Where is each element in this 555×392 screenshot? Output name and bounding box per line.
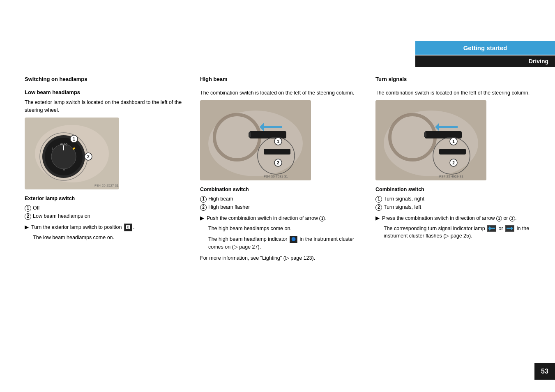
lamp-switch-diagram: Auto ⚡ ☀ | 1 2 PS4-25-2527-31	[25, 118, 188, 191]
item-label: Off	[33, 204, 39, 212]
item-number: 1	[25, 205, 31, 212]
item-label: Turn signals, left	[384, 203, 421, 211]
list-item: 1 Off	[25, 204, 188, 212]
svg-text:1: 1	[277, 139, 279, 144]
right-section-title: Turn signals	[375, 76, 539, 84]
item-label: High beam	[208, 195, 233, 203]
middle-footer-text: For more information, see "Lighting" (▷ …	[200, 254, 363, 262]
position-icon: 🅾	[124, 224, 132, 231]
driving-label: Driving	[415, 55, 555, 67]
svg-rect-23	[264, 149, 290, 154]
middle-bullet-item: ▶ Push the combination switch in directi…	[200, 214, 363, 222]
inline-circle-1: 1	[319, 216, 325, 221]
svg-rect-43	[489, 228, 495, 229]
svg-text:2: 2	[277, 161, 279, 165]
middle-result2: The high beam headlamp indicator 🔵 in th…	[208, 235, 363, 251]
left-section-title: Switching on headlamps	[25, 76, 188, 84]
item-label: Turn signals, right	[384, 195, 424, 203]
right-result-text: The corresponding turn signal indicator …	[384, 225, 539, 240]
list-item: 2 Low beam headlamps on	[25, 212, 188, 220]
getting-started-label: Getting started	[415, 41, 555, 55]
right-numbered-list: 1 Turn signals, right 2 Turn signals, le…	[375, 195, 539, 211]
main-content: Switching on headlamps Low beam headlamp…	[25, 76, 539, 367]
list-item: 2 Turn signals, left	[375, 203, 539, 211]
item-label: High beam flasher	[208, 203, 250, 211]
middle-column: High beam The combination switch is loca…	[200, 76, 363, 367]
inline-circle-2: 2	[509, 216, 515, 221]
item-number: 2	[200, 204, 207, 211]
left-column: Switching on headlamps Low beam headlamp…	[25, 76, 188, 367]
svg-text:1: 1	[73, 137, 75, 141]
svg-text:PS4-25-2527-31: PS4-25-2527-31	[94, 184, 119, 187]
high-beam-indicator-icon: 🔵	[290, 236, 297, 243]
svg-rect-32	[425, 131, 462, 138]
page-number: 53	[534, 363, 555, 380]
svg-rect-19	[249, 131, 286, 138]
left-bullet-item: ▶ Turn the exterior lamp switch to posit…	[25, 224, 188, 231]
right-bullet-item: ▶ Press the combination switch in direct…	[375, 214, 539, 222]
item-number: 1	[375, 196, 382, 203]
left-intro-text: The exterior lamp switch is located on t…	[25, 99, 188, 114]
svg-text:PS4-30-7531-31: PS4-30-7531-31	[264, 175, 288, 178]
svg-text:1: 1	[452, 139, 455, 144]
right-combo-diagram: 1 2 PS4-25-4029-31	[375, 100, 539, 182]
svg-text:2: 2	[452, 161, 455, 165]
svg-rect-36	[439, 149, 466, 154]
bullet-arrow-icon: ▶	[375, 215, 380, 221]
middle-combo-diagram: 1 2 PS4-30-7531-31	[200, 100, 363, 182]
item-number: 2	[375, 204, 382, 211]
bullet-instruction: Push the combination switch in direction…	[207, 214, 327, 222]
right-image-caption: Combination switch	[375, 187, 539, 192]
middle-section-title: High beam	[200, 76, 363, 84]
svg-rect-20	[249, 132, 251, 137]
right-column: Turn signals The combination switch is l…	[375, 76, 539, 367]
right-combo-svg: 1 2 PS4-25-4029-31	[375, 100, 486, 180]
list-item: 1 High beam	[200, 195, 363, 203]
item-number: 1	[200, 196, 207, 203]
svg-rect-33	[424, 132, 426, 137]
inline-circle-1: 1	[496, 216, 502, 221]
turn-signal-right-icon	[505, 225, 514, 232]
bullet-instruction: Press the combination switch in directio…	[382, 214, 516, 222]
bullet-arrow-icon: ▶	[200, 215, 204, 221]
item-number: 2	[25, 213, 31, 220]
bullet-instruction: Turn the exterior lamp switch to positio…	[31, 224, 134, 231]
middle-intro-text: The combination switch is located on the…	[200, 89, 363, 97]
svg-text:☀: ☀	[62, 168, 65, 172]
left-image-caption: Exterior lamp switch	[25, 196, 188, 201]
right-intro-text: The combination switch is located on the…	[375, 89, 539, 97]
turn-signal-left-icon	[487, 225, 496, 232]
svg-text:⚡: ⚡	[72, 146, 76, 150]
turn-right-svg	[507, 226, 513, 231]
middle-image-caption: Combination switch	[200, 187, 363, 192]
bullet-arrow-icon: ▶	[25, 224, 29, 230]
left-result-text: The low beam headlamps come on.	[33, 234, 188, 242]
middle-numbered-list: 1 High beam 2 High beam flasher	[200, 195, 363, 211]
list-item: 1 Turn signals, right	[375, 195, 539, 203]
svg-marker-45	[510, 226, 513, 231]
item-label: Low beam headlamps on	[33, 212, 90, 220]
list-item: 2 High beam flasher	[200, 203, 363, 211]
lamp-switch-svg: Auto ⚡ ☀ | 1 2 PS4-25-2527-31	[25, 118, 119, 189]
middle-combo-svg: 1 2 PS4-30-7531-31	[200, 100, 311, 180]
svg-text:|: |	[52, 147, 53, 150]
svg-text:2: 2	[87, 154, 90, 159]
middle-result1: The high beam headlamps come on.	[208, 225, 363, 233]
turn-left-svg	[488, 226, 495, 231]
left-subsection-title: Low beam headlamps	[25, 89, 188, 95]
header-bar: Getting started Driving	[415, 41, 555, 67]
left-numbered-list: 1 Off 2 Low beam headlamps on	[25, 204, 188, 220]
svg-text:PS4-25-4029-31: PS4-25-4029-31	[439, 175, 463, 178]
